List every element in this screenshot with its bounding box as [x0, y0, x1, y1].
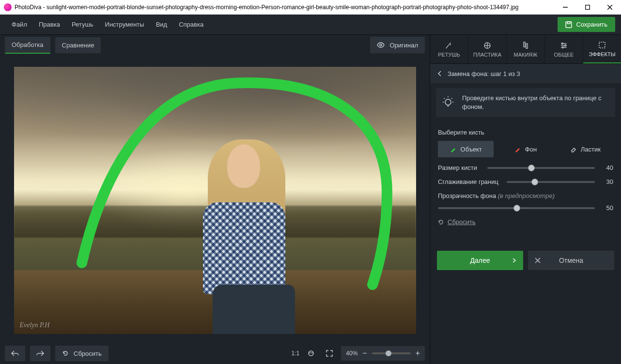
- brush-eraser-button[interactable]: Ластик: [558, 141, 613, 157]
- brush-size-label: Размер кисти: [438, 164, 481, 171]
- bg-opacity-value: 50: [601, 204, 613, 212]
- app-logo-icon: [4, 3, 12, 11]
- canvas-tabs: Обработка Сравнение Оригинал: [0, 35, 430, 55]
- window-title: PhotoDiva - sunlight-women-model-portrai…: [15, 4, 554, 11]
- canvas-bottom-toolbar: Сбросить 1:1 40% − +: [0, 343, 430, 364]
- reset-button[interactable]: Сбросить: [55, 346, 109, 361]
- zoom-in-button[interactable]: +: [416, 349, 420, 358]
- smoothing-value: 30: [601, 178, 613, 185]
- brush-icon: [514, 146, 521, 152]
- menu-view[interactable]: Вид: [150, 18, 173, 31]
- image-canvas[interactable]: Evelyn P.H: [14, 67, 416, 334]
- save-button[interactable]: Сохранить: [558, 17, 615, 32]
- cancel-button[interactable]: Отмена: [528, 251, 614, 270]
- tab-retouch[interactable]: РЕТУШЬ: [430, 35, 468, 63]
- eraser-icon: [570, 146, 577, 152]
- eye-icon: [377, 41, 385, 49]
- menu-retouch[interactable]: Ретушь: [66, 18, 99, 31]
- smoothing-slider[interactable]: [507, 181, 595, 183]
- photo-subject: [188, 130, 305, 333]
- brush-icon: [450, 146, 457, 152]
- zoom-value: 40%: [346, 350, 357, 357]
- undo-button[interactable]: [5, 346, 25, 361]
- fit-screen-button[interactable]: [323, 346, 336, 361]
- svg-point-6: [380, 44, 382, 46]
- reset-icon: [438, 219, 444, 225]
- tab-effects[interactable]: ЭФФЕКТЫ: [583, 35, 621, 63]
- tab-plastic[interactable]: ПЛАСТИКА: [468, 35, 507, 63]
- tab-compare[interactable]: Сравнение: [55, 37, 101, 53]
- menu-tools[interactable]: Инструменты: [99, 18, 150, 31]
- window-minimize-button[interactable]: [554, 0, 576, 15]
- bg-opacity-label: Прозрачность фона (в предпросмотре): [438, 192, 613, 199]
- brush-size-slider[interactable]: [487, 167, 595, 169]
- window-titlebar: PhotoDiva - sunlight-women-model-portrai…: [0, 0, 621, 15]
- svg-rect-21: [599, 42, 605, 48]
- window-maximize-button[interactable]: [576, 0, 599, 15]
- zoom-slider[interactable]: [372, 352, 411, 354]
- svg-rect-13: [524, 42, 525, 47]
- right-panel: РЕТУШЬ ПЛАСТИКА МАКИЯЖ ОБЩЕЕ ЭФФЕКТЫ Зам…: [430, 35, 621, 364]
- save-icon: [565, 21, 572, 28]
- svg-rect-14: [526, 44, 528, 48]
- chevron-right-icon: [512, 258, 516, 263]
- reset-link[interactable]: Сбросить: [438, 218, 613, 226]
- step-title: Замена фона: шаг 1 из 3: [448, 70, 520, 77]
- face-fit-button[interactable]: [304, 346, 318, 361]
- close-icon: [535, 258, 541, 263]
- zoom-1to1-button[interactable]: 1:1: [292, 350, 300, 357]
- brush-section-title: Выберите кисть: [438, 129, 613, 136]
- reset-icon: [62, 350, 69, 357]
- bg-opacity-slider[interactable]: [438, 207, 595, 209]
- brush-size-value: 40: [601, 164, 613, 171]
- step-header: Замена фона: шаг 1 из 3: [430, 64, 621, 83]
- tab-makeup[interactable]: МАКИЯЖ: [507, 35, 545, 63]
- canvas-area: Обработка Сравнение Оригинал: [0, 35, 430, 364]
- right-tabs: РЕТУШЬ ПЛАСТИКА МАКИЯЖ ОБЩЕЕ ЭФФЕКТЫ: [430, 35, 621, 64]
- next-button[interactable]: Далее: [437, 251, 523, 270]
- menu-edit[interactable]: Правка: [33, 18, 66, 31]
- menubar: Файл Правка Ретушь Инструменты Вид Справ…: [0, 15, 621, 35]
- window-close-button[interactable]: [599, 0, 621, 15]
- redo-button[interactable]: [30, 346, 50, 361]
- zoom-out-button[interactable]: −: [362, 349, 367, 358]
- menu-file[interactable]: Файл: [6, 18, 33, 31]
- svg-point-9: [312, 353, 312, 353]
- smoothing-label: Сглаживание границ: [438, 178, 501, 185]
- lightbulb-icon: [442, 94, 455, 111]
- svg-line-28: [451, 98, 452, 99]
- back-icon[interactable]: [437, 70, 442, 77]
- svg-point-7: [309, 351, 313, 356]
- svg-point-22: [445, 99, 451, 105]
- tab-general[interactable]: ОБЩЕЕ: [545, 35, 583, 63]
- show-original-button[interactable]: Оригинал: [370, 37, 425, 53]
- zoom-control: 40% − +: [341, 346, 425, 361]
- svg-rect-1: [586, 5, 590, 10]
- tab-edit[interactable]: Обработка: [5, 37, 50, 54]
- svg-rect-4: [566, 22, 572, 28]
- svg-line-27: [444, 98, 445, 99]
- hint-text: Проведите кистью внутри объекта по грани…: [462, 94, 609, 111]
- hint-box: Проведите кистью внутри объекта по грани…: [436, 88, 615, 117]
- photo-watermark: Evelyn P.H: [20, 321, 50, 329]
- svg-point-8: [310, 353, 310, 353]
- svg-rect-5: [567, 22, 570, 24]
- brush-background-button[interactable]: Фон: [497, 141, 553, 157]
- menu-help[interactable]: Справка: [173, 18, 209, 31]
- brush-object-button[interactable]: Объект: [438, 141, 494, 157]
